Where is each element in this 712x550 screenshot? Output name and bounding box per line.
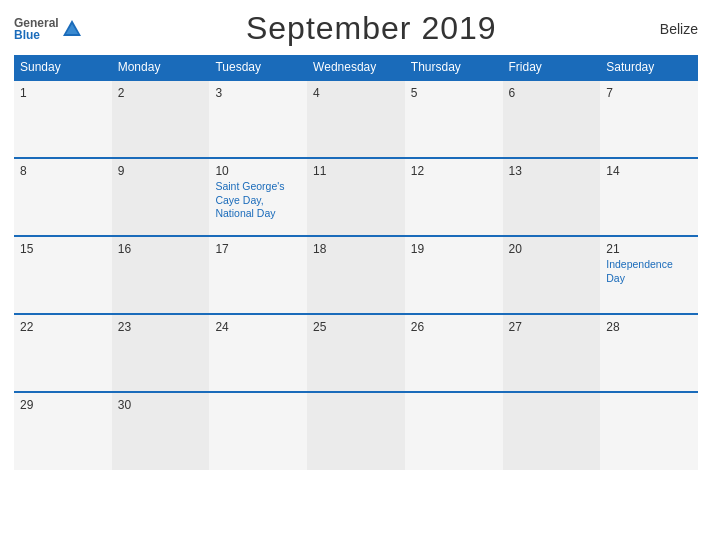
header-saturday: Saturday [600,55,698,80]
header-tuesday: Tuesday [209,55,307,80]
day-number: 30 [118,398,204,412]
day-number: 6 [509,86,595,100]
day-cell: 6 [503,80,601,158]
day-number: 10 [215,164,301,178]
event-label: Independence Day [606,258,692,285]
day-number: 24 [215,320,301,334]
day-cell: 10Saint George's Caye Day, National Day [209,158,307,236]
day-cell: 29 [14,392,112,470]
calendar-wrapper: General Blue September 2019 Belize Sunda… [0,0,712,550]
day-cell [405,392,503,470]
day-cell [600,392,698,470]
header-sunday: Sunday [14,55,112,80]
day-cell: 25 [307,314,405,392]
day-cell: 22 [14,314,112,392]
day-cell: 7 [600,80,698,158]
day-cell [503,392,601,470]
day-number: 18 [313,242,399,256]
day-cell: 18 [307,236,405,314]
calendar-header: General Blue September 2019 Belize [14,10,698,47]
logo-blue-text: Blue [14,29,59,41]
day-number: 25 [313,320,399,334]
day-cell: 13 [503,158,601,236]
day-cell: 9 [112,158,210,236]
day-number: 2 [118,86,204,100]
day-cell: 2 [112,80,210,158]
day-cell: 1 [14,80,112,158]
day-cell [209,392,307,470]
day-cell: 19 [405,236,503,314]
day-number: 26 [411,320,497,334]
day-number: 28 [606,320,692,334]
day-number: 3 [215,86,301,100]
day-number: 19 [411,242,497,256]
day-cell: 27 [503,314,601,392]
day-cell: 17 [209,236,307,314]
day-cell: 16 [112,236,210,314]
week-row-3: 15161718192021Independence Day [14,236,698,314]
day-cell: 4 [307,80,405,158]
day-number: 22 [20,320,106,334]
header-monday: Monday [112,55,210,80]
day-number: 9 [118,164,204,178]
calendar-table: Sunday Monday Tuesday Wednesday Thursday… [14,55,698,470]
day-number: 17 [215,242,301,256]
logo: General Blue [14,17,83,41]
header-wednesday: Wednesday [307,55,405,80]
day-cell: 12 [405,158,503,236]
day-cell: 8 [14,158,112,236]
day-number: 21 [606,242,692,256]
week-row-1: 1234567 [14,80,698,158]
day-cell: 15 [14,236,112,314]
day-number: 12 [411,164,497,178]
weekday-header-row: Sunday Monday Tuesday Wednesday Thursday… [14,55,698,80]
country-label: Belize [660,21,698,37]
day-number: 8 [20,164,106,178]
week-row-2: 8910Saint George's Caye Day, National Da… [14,158,698,236]
day-number: 20 [509,242,595,256]
day-number: 23 [118,320,204,334]
week-row-4: 22232425262728 [14,314,698,392]
day-number: 4 [313,86,399,100]
day-number: 16 [118,242,204,256]
logo-icon [61,18,83,40]
day-number: 29 [20,398,106,412]
day-number: 5 [411,86,497,100]
day-number: 14 [606,164,692,178]
day-number: 7 [606,86,692,100]
day-cell: 28 [600,314,698,392]
day-number: 11 [313,164,399,178]
day-cell: 14 [600,158,698,236]
header-thursday: Thursday [405,55,503,80]
day-cell: 5 [405,80,503,158]
day-number: 13 [509,164,595,178]
day-number: 27 [509,320,595,334]
header-friday: Friday [503,55,601,80]
event-label: Saint George's Caye Day, National Day [215,180,301,221]
day-cell: 23 [112,314,210,392]
logo-general-text: General [14,17,59,29]
day-cell: 26 [405,314,503,392]
calendar-title: September 2019 [246,10,497,47]
day-cell: 21Independence Day [600,236,698,314]
day-number: 15 [20,242,106,256]
day-cell: 20 [503,236,601,314]
day-cell: 11 [307,158,405,236]
day-cell: 30 [112,392,210,470]
day-cell [307,392,405,470]
week-row-5: 2930 [14,392,698,470]
day-cell: 3 [209,80,307,158]
day-number: 1 [20,86,106,100]
day-cell: 24 [209,314,307,392]
